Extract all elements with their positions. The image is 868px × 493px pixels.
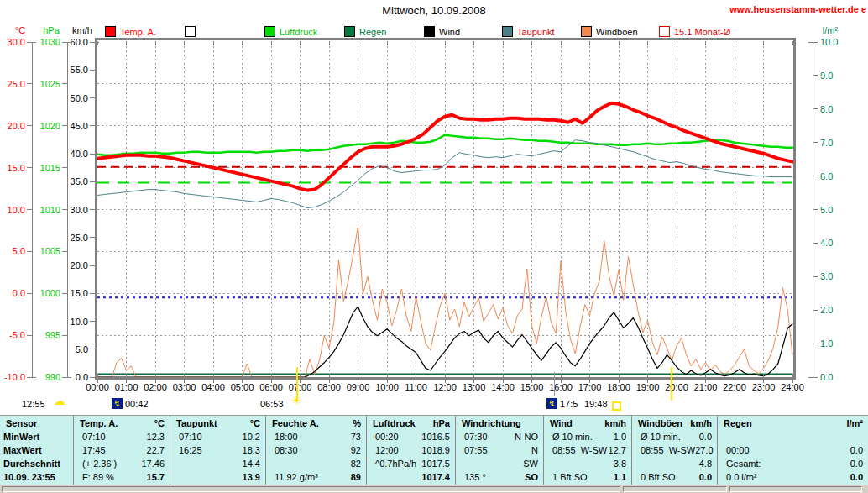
column-unit: °C <box>154 418 165 428</box>
weather-chart: 00:0001:0002:0003:0004:0005:0006:0007:00… <box>0 0 868 413</box>
x-axis-label: 14:00 <box>491 382 515 392</box>
cell-label: 00:00 <box>726 445 750 455</box>
axis-unit-label: hPa <box>43 25 60 35</box>
column-title: Windböen <box>638 418 682 428</box>
table-row: 07:1012.3 <box>74 430 170 443</box>
cell-value: SW <box>523 459 538 469</box>
x-axis-label: 12:00 <box>433 382 457 392</box>
column-unit: °C <box>250 418 260 428</box>
axis-tick-label: 7.0 <box>820 138 833 148</box>
axis-tick-label: 1015 <box>40 163 60 173</box>
table-row: 16:2518.3 <box>170 443 265 457</box>
axis-unit-label: km/h <box>72 25 92 35</box>
axis-tick-label: 10.0 <box>71 317 88 327</box>
status-bar-panel <box>623 486 727 492</box>
axis-tick-label: 1000 <box>40 288 60 298</box>
x-axis-label: 16:00 <box>549 382 573 392</box>
table-header: LuftdruckhPa <box>367 416 455 430</box>
axis-tick-label: 20.0 <box>8 121 25 131</box>
cell-value: 27.0 <box>695 445 713 455</box>
table-row: 0 Bft SO0.0 <box>632 470 717 484</box>
cell-value: 73 <box>351 432 361 442</box>
table-row: 07:1010.2 <box>170 430 265 443</box>
table-row: Durchschnitt <box>0 457 73 470</box>
table-row: 1017.4 <box>367 470 455 484</box>
x-axis-label: 21:00 <box>694 382 718 392</box>
cell-value: 12.3 <box>147 432 165 442</box>
axis-tick-label: 995 <box>45 330 60 340</box>
axis-tick-label: 40.0 <box>71 149 88 159</box>
x-axis-label: 08:00 <box>317 382 341 392</box>
column-title: Sensor <box>6 418 37 428</box>
x-axis-label: 19:00 <box>636 382 660 392</box>
cell-label: 11.92 g/m³ <box>275 472 318 482</box>
cell-value: N <box>531 445 538 455</box>
x-axis-label: 09:00 <box>347 382 370 392</box>
table-row: 12:001018.9 <box>367 443 455 457</box>
axis-tick-label: 1010 <box>40 205 60 215</box>
row-name: Durchschnitt <box>3 459 60 469</box>
weather-app-window: Mittwoch, 10.09.2008 www.heusenstamm-wet… <box>0 0 868 493</box>
table-row: 08:3092 <box>266 443 366 457</box>
cell-label: Gesamt: <box>726 459 761 469</box>
table-column-regen: Regenl/m²00:000.0Gesamt:0.00.0 l/m²0.0 <box>718 416 868 485</box>
cell-label: 18:00 <box>275 432 298 442</box>
table-header: Regenl/m² <box>718 416 868 430</box>
column-title: Windrichtung <box>462 418 521 428</box>
table-column-sensor: SensorMinWertMaxWertDurchschnitt10.09. 2… <box>0 416 74 485</box>
cell-label: ^0.7hPa/h <box>375 459 416 469</box>
row-name: MinWert <box>3 432 39 442</box>
table-row: MinWert <box>0 430 73 443</box>
cell-label: 07:10 <box>179 432 202 442</box>
x-axis-label: 04:00 <box>201 382 225 392</box>
axis-tick-label: 2.0 <box>820 305 833 315</box>
cell-label: 00:20 <box>375 432 399 442</box>
axis-tick-label: -5.0 <box>9 330 25 340</box>
cell-value: 14.4 <box>243 459 260 469</box>
table-row: 11.92 g/m³89 <box>266 470 366 484</box>
x-axis-label: 17:00 <box>578 382 602 392</box>
axis-tick-label: 1025 <box>40 79 60 89</box>
cell-label: 1 Bft SO <box>552 472 588 482</box>
table-column-wind: Windkm/hØ 10 min.1.008:55 W-SW12.73.81 B… <box>544 416 632 485</box>
x-axis-label: 13:00 <box>463 382 486 392</box>
cell-value: 1016.5 <box>421 432 450 442</box>
cell-label: 0 Bft SO <box>641 472 676 482</box>
axis-tick-label: 1005 <box>40 246 60 256</box>
cell-value: 0.0 <box>850 445 863 455</box>
table-row: 08:55 W-SW27.0 <box>632 443 717 457</box>
column-unit: l/m² <box>846 418 863 428</box>
cell-value: 1018.9 <box>421 445 450 455</box>
cell-value: 3.8 <box>614 459 626 469</box>
table-row: Ø 10 min.1.0 <box>544 430 631 443</box>
axis-tick-label: 6.0 <box>820 171 833 181</box>
cell-value: 10.2 <box>243 432 260 442</box>
table-column-windrichtung: Windrichtung07:30N-NO07:55NSW135 °SO <box>456 416 544 485</box>
column-unit: km/h <box>604 418 626 428</box>
axis-tick-label: 3.0 <box>820 271 833 281</box>
x-axis-label: 06:00 <box>259 382 283 392</box>
axis-tick-label: 25.0 <box>8 79 25 89</box>
axis-tick-label: 10.0 <box>8 205 25 215</box>
cell-value: 12.7 <box>609 445 626 455</box>
axis-tick-label: 30.0 <box>71 205 88 215</box>
cell-label: 08:55 W-SW <box>552 445 607 455</box>
axis-tick-label: 5.0 <box>13 246 25 256</box>
table-row: Ø 10 min.0.0 <box>632 430 717 443</box>
x-axis-label: 03:00 <box>173 382 196 392</box>
table-header: Windrichtung <box>456 416 543 430</box>
cell-value: 0.0 <box>699 472 712 482</box>
axis-tick-label: 0.0 <box>13 288 25 298</box>
table-row: MaxWert <box>0 443 73 457</box>
table-header: Temp. A.°C <box>74 416 170 430</box>
row-name: MaxWert <box>3 445 42 455</box>
cell-value: 0.0 <box>699 432 712 442</box>
table-column-taupunkt: Taupunkt°C07:1010.216:2518.314.413.9 <box>170 416 266 485</box>
axis-tick-label: -10.0 <box>4 372 25 382</box>
table-row <box>718 430 868 443</box>
cell-label: (+ 2.36 ) <box>82 459 117 469</box>
table-row: 17:4522.7 <box>74 443 170 457</box>
x-axis-label: 11:00 <box>405 382 427 392</box>
x-axis-label: 07:00 <box>289 382 312 392</box>
x-axis-label: 10:00 <box>375 382 399 392</box>
